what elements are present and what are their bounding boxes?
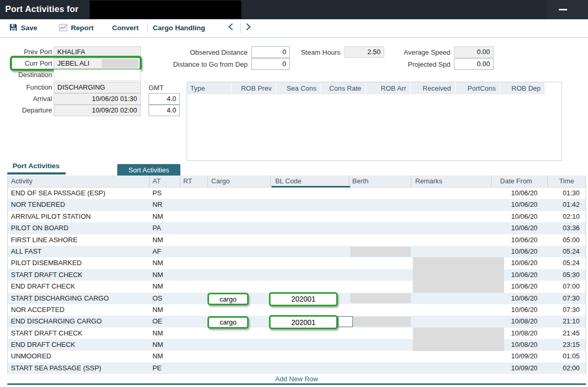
activity-row[interactable]: END DRAFT CHECKNM10/06/2007:00 bbox=[8, 281, 585, 292]
cell-bl_code[interactable] bbox=[271, 199, 349, 210]
cell-date_from[interactable]: 10/06/20 bbox=[492, 199, 548, 210]
arrival-gmt-input[interactable]: 4.0 bbox=[149, 93, 180, 105]
cell-date_from[interactable]: 10/06/20 bbox=[492, 222, 548, 234]
cell-time[interactable]: 07:30 bbox=[548, 304, 585, 316]
cell-bl_code[interactable] bbox=[271, 234, 349, 246]
cell-rt[interactable] bbox=[180, 293, 208, 304]
cell-at[interactable]: PE bbox=[150, 363, 181, 374]
cargo-handling-button[interactable]: Cargo Handling bbox=[153, 19, 205, 37]
cell-cargo[interactable] bbox=[208, 188, 271, 199]
cell-remarks[interactable] bbox=[411, 211, 492, 222]
cell-at[interactable]: NM bbox=[150, 339, 181, 351]
cell-rt[interactable] bbox=[180, 304, 208, 316]
cell-bl_code[interactable] bbox=[271, 257, 349, 269]
cell-at[interactable]: NM bbox=[150, 328, 181, 339]
cell-time[interactable]: 01:42 bbox=[548, 199, 585, 210]
cell-at[interactable]: NM bbox=[150, 281, 181, 292]
cell-cargo[interactable] bbox=[208, 363, 271, 374]
activities-header-remarks[interactable]: Remarks bbox=[411, 176, 492, 187]
cell-rt[interactable] bbox=[180, 281, 208, 292]
cell-bl_code[interactable] bbox=[271, 188, 349, 199]
cell-activity[interactable]: END DRAFT CHECK bbox=[8, 281, 150, 292]
activity-row[interactable]: PILOT DISEMBARKEDNM10/06/2005:24 bbox=[8, 257, 585, 269]
cell-rt[interactable] bbox=[180, 257, 208, 269]
cell-at[interactable]: OE bbox=[150, 316, 181, 327]
arrival-field[interactable]: 10/06/20 01:30 bbox=[54, 93, 141, 105]
cell-rt[interactable] bbox=[180, 269, 208, 281]
cell-bl_code[interactable] bbox=[271, 328, 349, 339]
cell-rt[interactable] bbox=[180, 363, 208, 374]
cell-activity[interactable]: PILOT DISEMBARKED bbox=[8, 257, 150, 269]
cell-time[interactable]: 21:10 bbox=[548, 316, 585, 327]
bl-code-highlight-box[interactable]: 202001 bbox=[269, 315, 338, 329]
cell-remarks[interactable] bbox=[411, 199, 492, 210]
cell-rt[interactable] bbox=[180, 199, 208, 210]
cell-remarks[interactable] bbox=[411, 363, 492, 374]
cell-time[interactable]: 07:30 bbox=[548, 293, 585, 304]
cell-activity[interactable]: NOR TENDERED bbox=[8, 199, 150, 210]
cell-remarks[interactable] bbox=[411, 304, 492, 316]
cell-remarks[interactable] bbox=[411, 246, 492, 257]
departure-field[interactable]: 10/09/20 02:00 bbox=[54, 105, 141, 116]
activity-row[interactable]: ALL FASTAF10/06/2005:24 bbox=[8, 246, 585, 257]
activities-header-rt[interactable]: RT bbox=[180, 176, 208, 187]
cell-date_from[interactable]: 10/06/20 bbox=[492, 293, 548, 304]
cargo-highlight-box[interactable]: cargo bbox=[207, 293, 249, 305]
cell-time[interactable]: 05:24 bbox=[548, 257, 585, 269]
cell-activity[interactable]: END DISCHARGING CARGO bbox=[8, 316, 150, 327]
cell-remarks[interactable] bbox=[411, 234, 492, 246]
activity-row[interactable]: END OF SEA PASSAGE (ESP)PS10/06/2001:30 bbox=[8, 188, 585, 199]
cargo-highlight-box[interactable]: cargo bbox=[207, 316, 249, 329]
cell-rt[interactable] bbox=[180, 222, 208, 234]
cell-bl_code[interactable] bbox=[271, 269, 349, 281]
cell-rt[interactable] bbox=[180, 188, 208, 199]
departure-gmt-input[interactable]: 4.0 bbox=[149, 105, 180, 116]
cell-bl_code[interactable] bbox=[271, 281, 349, 292]
activities-header-at[interactable]: AT bbox=[150, 176, 180, 187]
add-new-row-button[interactable]: Add New Row bbox=[7, 374, 586, 385]
destination-field[interactable] bbox=[54, 69, 141, 81]
bl-code-highlight-box[interactable]: 202001 bbox=[269, 292, 338, 306]
cell-remarks[interactable] bbox=[411, 269, 492, 281]
cell-remarks[interactable] bbox=[411, 188, 492, 199]
cell-bl_code[interactable] bbox=[271, 211, 349, 222]
cell-berth[interactable] bbox=[349, 363, 411, 374]
cell-berth[interactable] bbox=[349, 246, 411, 257]
activity-row[interactable]: END DRAFT CHECKNM10/08/2023:15 bbox=[8, 339, 585, 351]
activities-header-cargo[interactable]: Cargo bbox=[208, 176, 271, 187]
cell-activity[interactable]: START DISCHARGING CARGO bbox=[8, 293, 150, 304]
cell-activity[interactable]: ALL FAST bbox=[8, 246, 150, 257]
cell-rt[interactable] bbox=[180, 246, 208, 257]
prev-port-field[interactable]: KHALIFA bbox=[54, 46, 141, 58]
cell-activity[interactable]: START DRAFT CHECK bbox=[8, 328, 150, 339]
projected-spd-input[interactable]: 0.00 bbox=[454, 58, 494, 70]
cell-time[interactable]: 03:36 bbox=[548, 222, 585, 234]
cell-activity[interactable]: FIRST LINE ASHORE bbox=[8, 234, 150, 246]
cell-berth[interactable] bbox=[349, 339, 411, 351]
cell-cargo[interactable] bbox=[208, 281, 271, 292]
minimize-button[interactable] bbox=[547, 0, 588, 19]
cell-date_from[interactable]: 10/09/20 bbox=[492, 351, 548, 362]
cell-berth[interactable] bbox=[349, 351, 411, 362]
cell-berth[interactable] bbox=[349, 222, 411, 234]
cell-rt[interactable] bbox=[180, 351, 208, 362]
distance-to-go-input[interactable]: 0 bbox=[251, 58, 290, 70]
cell-time[interactable]: 23:15 bbox=[548, 339, 585, 351]
cell-time[interactable]: 05:00 bbox=[548, 234, 585, 246]
cell-rt[interactable] bbox=[180, 316, 208, 327]
cell-at[interactable]: NM bbox=[150, 257, 181, 269]
cell-at[interactable]: NM bbox=[150, 269, 181, 281]
cell-cargo[interactable] bbox=[208, 269, 271, 281]
activities-header-berth[interactable]: Berth bbox=[349, 176, 411, 187]
cell-date_from[interactable]: 10/08/20 bbox=[492, 316, 548, 327]
cell-activity[interactable]: END OF SEA PASSAGE (ESP) bbox=[8, 188, 150, 199]
cell-date_from[interactable]: 10/06/20 bbox=[492, 304, 548, 316]
cell-at[interactable]: NM bbox=[150, 211, 181, 222]
cell-time[interactable]: 01:30 bbox=[548, 188, 585, 199]
cell-berth[interactable] bbox=[349, 211, 411, 222]
bl-code-edit-cell[interactable] bbox=[338, 316, 353, 327]
nav-next-button[interactable] bbox=[245, 20, 252, 38]
cell-date_from[interactable]: 10/06/20 bbox=[492, 188, 548, 199]
cell-berth[interactable] bbox=[349, 316, 411, 327]
cell-rt[interactable] bbox=[180, 234, 208, 246]
